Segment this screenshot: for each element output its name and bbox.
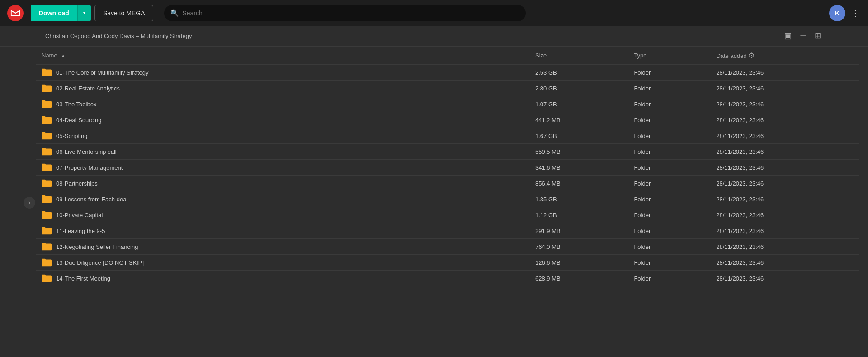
file-date-cell: 28/11/2023, 23:46: [711, 81, 859, 96]
folder-icon: [42, 179, 52, 187]
table-row[interactable]: 12-Negotiating Seller Financing 764.0 MB…: [36, 239, 859, 255]
file-name-cell: 10-Private Capital: [36, 207, 530, 223]
search-icon: 🔍: [170, 9, 179, 17]
table-row[interactable]: 08-Partnerships 856.4 MBFolder28/11/2023…: [36, 176, 859, 191]
file-type-cell: Folder: [628, 81, 711, 96]
file-name: 01-The Core of Multifamily Strategy: [56, 69, 148, 76]
topbar: Download ▾ Save to MEGA 🔍 K ⋮: [0, 0, 868, 26]
file-name: 09-Lessons from Each deal: [56, 196, 127, 203]
table-row[interactable]: 05-Scripting 1.67 GBFolder28/11/2023, 23…: [36, 128, 859, 144]
file-type-cell: Folder: [628, 160, 711, 176]
more-icon: ⋮: [851, 8, 861, 18]
table-row[interactable]: 13-Due Diligence [DO NOT SKIP] 126.6 MBF…: [36, 255, 859, 271]
file-name-cell: 02-Real Estate Analytics: [36, 81, 530, 96]
file-name-cell: 03-The Toolbox: [36, 96, 530, 112]
sort-arrow-icon: ▲: [61, 53, 66, 58]
settings-button[interactable]: ⚙: [748, 51, 755, 60]
file-size-cell: 1.07 GB: [530, 96, 628, 112]
table-row[interactable]: 09-Lessons from Each deal 1.35 GBFolder2…: [36, 191, 859, 207]
folder-icon: [42, 195, 52, 203]
file-type-cell: Folder: [628, 96, 711, 112]
folder-icon: [42, 274, 52, 282]
file-type-cell: Folder: [628, 65, 711, 81]
table-row[interactable]: 01-The Core of Multifamily Strategy 2.53…: [36, 65, 859, 81]
file-list-container: Name ▲ Size Type Date added ⚙: [0, 47, 868, 357]
file-date-cell: 28/11/2023, 23:46: [711, 255, 859, 271]
col-name-header[interactable]: Name ▲: [36, 47, 530, 65]
file-type-cell: Folder: [628, 239, 711, 255]
table-row[interactable]: 03-The Toolbox 1.07 GBFolder28/11/2023, …: [36, 96, 859, 112]
file-date-cell: 28/11/2023, 23:46: [711, 207, 859, 223]
file-name: 03-The Toolbox: [56, 101, 96, 108]
folder-icon: [42, 100, 52, 108]
file-type-cell: Folder: [628, 144, 711, 160]
file-size-cell: 1.12 GB: [530, 207, 628, 223]
file-name: 04-Deal Sourcing: [56, 117, 101, 124]
file-name: 07-Property Management: [56, 164, 123, 171]
table-row[interactable]: 06-Live Mentorship call 559.5 MBFolder28…: [36, 144, 859, 160]
table-row[interactable]: 14-The First Meeting 628.9 MBFolder28/11…: [36, 271, 859, 286]
col-size-header[interactable]: Size: [530, 47, 628, 65]
file-date-cell: 28/11/2023, 23:46: [711, 160, 859, 176]
breadcrumb-bar: Christian Osgood And Cody Davis – Multif…: [0, 26, 868, 47]
folder-icon: [42, 163, 52, 171]
file-name: 10-Private Capital: [56, 212, 103, 219]
file-name: 14-The First Meeting: [56, 275, 110, 282]
file-size-cell: 628.9 MB: [530, 271, 628, 286]
view-list-button[interactable]: ☰: [798, 30, 808, 42]
file-date-cell: 28/11/2023, 23:46: [711, 112, 859, 128]
file-type-cell: Folder: [628, 128, 711, 144]
search-input[interactable]: [164, 5, 526, 21]
settings-icon: ⚙: [748, 52, 755, 59]
sidebar-toggle[interactable]: ›: [24, 197, 35, 209]
file-size-cell: 764.0 MB: [530, 239, 628, 255]
file-type-cell: Folder: [628, 191, 711, 207]
table-row[interactable]: 10-Private Capital 1.12 GBFolder28/11/20…: [36, 207, 859, 223]
folder-icon: [42, 68, 52, 76]
file-size-cell: 1.35 GB: [530, 191, 628, 207]
file-name-cell: 13-Due Diligence [DO NOT SKIP]: [36, 255, 530, 271]
folder-icon: [42, 227, 52, 235]
search-bar: 🔍: [164, 5, 526, 21]
file-date-cell: 28/11/2023, 23:46: [711, 239, 859, 255]
file-type-cell: Folder: [628, 271, 711, 286]
file-name: 13-Due Diligence [DO NOT SKIP]: [56, 259, 144, 266]
file-size-cell: 441.2 MB: [530, 112, 628, 128]
file-date-cell: 28/11/2023, 23:46: [711, 65, 859, 81]
table-row[interactable]: 11-Leaving the 9-5 291.9 MBFolder28/11/2…: [36, 223, 859, 239]
file-name: 02-Real Estate Analytics: [56, 85, 120, 92]
more-options-button[interactable]: ⋮: [851, 9, 861, 18]
file-date-cell: 28/11/2023, 23:46: [711, 223, 859, 239]
table-row[interactable]: 07-Property Management 341.6 MBFolder28/…: [36, 160, 859, 176]
col-date-header[interactable]: Date added ⚙: [711, 47, 859, 65]
main-content: › Name ▲ Size Type Date added ⚙: [0, 47, 868, 357]
view-thumbnail-button[interactable]: ▣: [783, 30, 793, 42]
table-header-row: Name ▲ Size Type Date added ⚙: [36, 47, 859, 65]
download-dropdown-button[interactable]: ▾: [77, 5, 91, 21]
table-row[interactable]: 04-Deal Sourcing 441.2 MBFolder28/11/202…: [36, 112, 859, 128]
file-date-cell: 28/11/2023, 23:46: [711, 96, 859, 112]
avatar[interactable]: K: [829, 5, 845, 21]
file-type-cell: Folder: [628, 112, 711, 128]
file-size-cell: 291.9 MB: [530, 223, 628, 239]
download-button[interactable]: Download: [31, 5, 77, 21]
file-name-cell: 12-Negotiating Seller Financing: [36, 239, 530, 255]
file-date-cell: 28/11/2023, 23:46: [711, 144, 859, 160]
folder-icon: [42, 211, 52, 219]
file-name-cell: 06-Live Mentorship call: [36, 144, 530, 160]
view-grid-button[interactable]: ⊞: [813, 30, 823, 42]
file-type-cell: Folder: [628, 207, 711, 223]
mega-logo[interactable]: [7, 5, 24, 21]
file-name: 12-Negotiating Seller Financing: [56, 243, 138, 250]
folder-icon: [42, 258, 52, 267]
download-button-group: Download ▾: [31, 5, 91, 21]
file-name-cell: 08-Partnerships: [36, 176, 530, 191]
table-row[interactable]: 02-Real Estate Analytics 2.80 GBFolder28…: [36, 81, 859, 96]
file-date-cell: 28/11/2023, 23:46: [711, 176, 859, 191]
save-to-mega-button[interactable]: Save to MEGA: [94, 5, 154, 21]
file-name: 06-Live Mentorship call: [56, 148, 117, 155]
list-view-icon: ☰: [800, 32, 807, 40]
col-type-header[interactable]: Type: [628, 47, 711, 65]
file-name-cell: 05-Scripting: [36, 128, 530, 144]
chevron-right-icon: ›: [28, 199, 30, 206]
